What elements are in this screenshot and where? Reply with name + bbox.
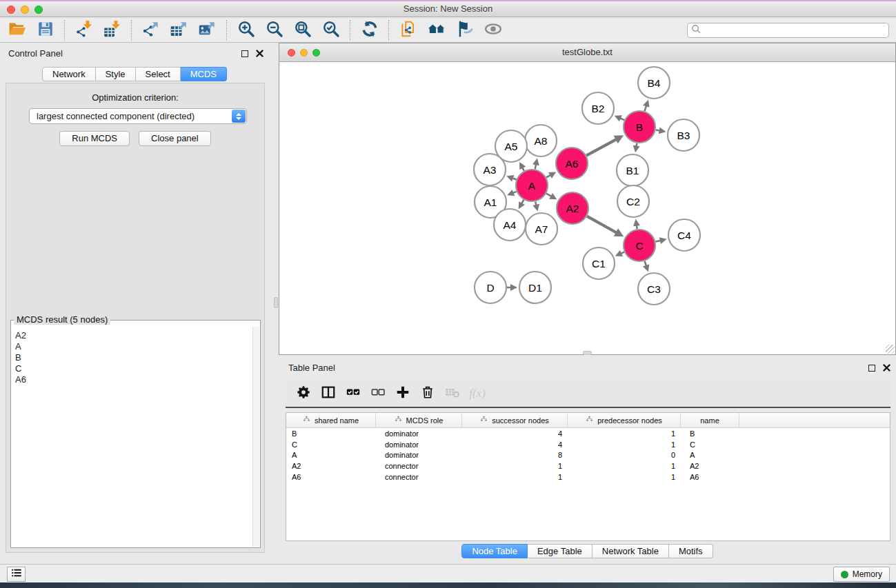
minimize-window-button[interactable] xyxy=(21,6,29,14)
cell-shared-name[interactable]: A2 xyxy=(286,462,376,470)
cell-successor-nodes[interactable]: 1 xyxy=(462,473,568,481)
close-panel-button[interactable]: Close panel xyxy=(139,131,211,146)
cell-name[interactable]: C xyxy=(681,440,739,449)
horizontal-split-handle[interactable] xyxy=(583,351,592,355)
export-table-button[interactable] xyxy=(166,20,192,41)
memory-button[interactable]: Memory xyxy=(833,567,890,582)
export-image-button[interactable] xyxy=(195,20,220,41)
tab-style[interactable]: Style xyxy=(96,67,136,81)
delete-column-button[interactable] xyxy=(415,383,440,405)
graph-node-B3[interactable]: B3 xyxy=(668,119,699,151)
column-header-MCDS-role[interactable]: MCDS role xyxy=(376,413,462,427)
zoom-window-button[interactable] xyxy=(34,6,43,14)
zoom-out-button[interactable] xyxy=(261,20,287,41)
result-item[interactable]: A6 xyxy=(15,374,249,385)
add-column-button[interactable] xyxy=(390,383,415,405)
result-scrollbar[interactable] xyxy=(252,327,259,547)
cell-MCDS-role[interactable]: dominator xyxy=(376,451,462,459)
tab-node-table[interactable]: Node Table xyxy=(461,544,528,558)
cell-successor-nodes[interactable]: 4 xyxy=(462,429,568,438)
hide-details-button[interactable] xyxy=(452,20,477,41)
resize-grip[interactable] xyxy=(886,345,895,354)
graph-node-C[interactable]: C xyxy=(624,230,655,261)
table-settings-gear-button[interactable] xyxy=(291,383,316,405)
graph-node-A6[interactable]: A6 xyxy=(556,148,588,179)
graph-node-A[interactable]: A xyxy=(516,170,548,201)
cell-shared-name[interactable]: A6 xyxy=(286,473,376,481)
refresh-button[interactable] xyxy=(357,20,382,41)
cell-name[interactable]: B xyxy=(681,429,739,438)
vertical-split-handle[interactable] xyxy=(274,297,278,308)
network-minimize-button[interactable] xyxy=(300,49,308,57)
import-table-button[interactable] xyxy=(99,20,125,41)
cell-shared-name[interactable]: B xyxy=(286,429,376,438)
graph-node-C1[interactable]: C1 xyxy=(583,247,615,279)
network-window-titlebar[interactable]: testGlobe.txt xyxy=(279,43,895,62)
table-row[interactable]: Bdominator41B xyxy=(286,428,890,439)
cell-shared-name[interactable]: C xyxy=(286,440,376,449)
cell-predecessor-nodes[interactable]: 1 xyxy=(568,429,681,438)
tab-network-table[interactable]: Network Table xyxy=(593,544,669,558)
graph-node-C3[interactable]: C3 xyxy=(638,273,670,305)
cell-predecessor-nodes[interactable]: 1 xyxy=(568,440,681,449)
home-button[interactable] xyxy=(424,20,449,41)
criterion-select[interactable]: largest connected component (directed) xyxy=(29,108,247,124)
cell-shared-name[interactable]: A xyxy=(286,451,376,459)
cell-MCDS-role[interactable]: dominator xyxy=(376,440,462,449)
result-item[interactable]: A xyxy=(15,341,249,352)
float-panel-icon[interactable] xyxy=(241,50,248,57)
result-item[interactable]: B xyxy=(15,352,249,363)
save-session-button[interactable] xyxy=(32,20,58,41)
graph-node-B1[interactable]: B1 xyxy=(617,154,648,186)
tab-network[interactable]: Network xyxy=(42,67,96,81)
graph-node-D1[interactable]: D1 xyxy=(519,272,551,303)
search-input[interactable] xyxy=(701,26,885,35)
open-file-button[interactable] xyxy=(4,20,30,41)
close-panel-icon[interactable] xyxy=(256,50,263,57)
unselect-all-columns-button[interactable] xyxy=(366,383,390,405)
close-window-button[interactable] xyxy=(7,6,15,14)
cell-successor-nodes[interactable]: 1 xyxy=(462,462,568,470)
cell-MCDS-role[interactable]: connector xyxy=(376,462,462,470)
cell-successor-nodes[interactable]: 8 xyxy=(462,451,568,459)
cell-name[interactable]: A2 xyxy=(681,462,739,470)
graph-node-B[interactable]: B xyxy=(624,111,655,143)
column-header-shared-name[interactable]: shared name xyxy=(286,413,376,427)
network-canvas[interactable]: B4B2BB3A8A5A6A3B1AA1C2A2A4A7C4CC1DD1C3 xyxy=(279,62,895,354)
import-network-button[interactable] xyxy=(71,20,97,41)
result-item[interactable]: C xyxy=(15,363,249,374)
select-all-columns-button[interactable] xyxy=(341,383,366,405)
zoom-in-button[interactable] xyxy=(233,20,259,41)
cell-MCDS-role[interactable]: connector xyxy=(376,473,462,481)
table-row[interactable]: A6connector11A6 xyxy=(286,472,890,483)
graph-node-C4[interactable]: C4 xyxy=(668,219,700,251)
cell-predecessor-nodes[interactable]: 0 xyxy=(568,451,681,459)
column-header-name[interactable]: name xyxy=(681,413,739,427)
graph-node-A2[interactable]: A2 xyxy=(557,192,588,224)
show-details-eye-button[interactable] xyxy=(480,20,506,41)
network-close-button[interactable] xyxy=(288,49,295,57)
graph-edge-A2-C[interactable] xyxy=(587,216,617,233)
graph-node-B4[interactable]: B4 xyxy=(638,67,670,99)
cell-MCDS-role[interactable]: dominator xyxy=(376,429,462,438)
table-row[interactable]: Adominator80A xyxy=(286,450,890,461)
cell-name[interactable]: A6 xyxy=(681,473,739,481)
close-table-panel-icon[interactable] xyxy=(883,364,890,372)
tab-mcds[interactable]: MCDS xyxy=(181,67,227,81)
graph-node-A4[interactable]: A4 xyxy=(494,209,526,241)
zoom-fit-button[interactable] xyxy=(290,20,315,41)
tab-edge-table[interactable]: Edge Table xyxy=(528,544,593,558)
float-table-panel-icon[interactable] xyxy=(868,365,875,372)
graph-node-A3[interactable]: A3 xyxy=(474,154,506,185)
table-row[interactable]: Cdominator41C xyxy=(286,439,890,450)
table-row[interactable]: A2connector11A2 xyxy=(286,460,890,472)
cell-successor-nodes[interactable]: 4 xyxy=(462,440,568,449)
cell-predecessor-nodes[interactable]: 1 xyxy=(568,473,681,481)
result-item[interactable]: A2 xyxy=(15,330,249,341)
network-zoom-button[interactable] xyxy=(312,49,320,57)
search-box[interactable] xyxy=(687,23,889,38)
zoom-selected-button[interactable] xyxy=(318,20,344,41)
run-mcds-button[interactable]: Run MCDS xyxy=(59,131,130,146)
graph-node-A7[interactable]: A7 xyxy=(526,213,557,245)
tab-motifs[interactable]: Motifs xyxy=(669,544,713,558)
